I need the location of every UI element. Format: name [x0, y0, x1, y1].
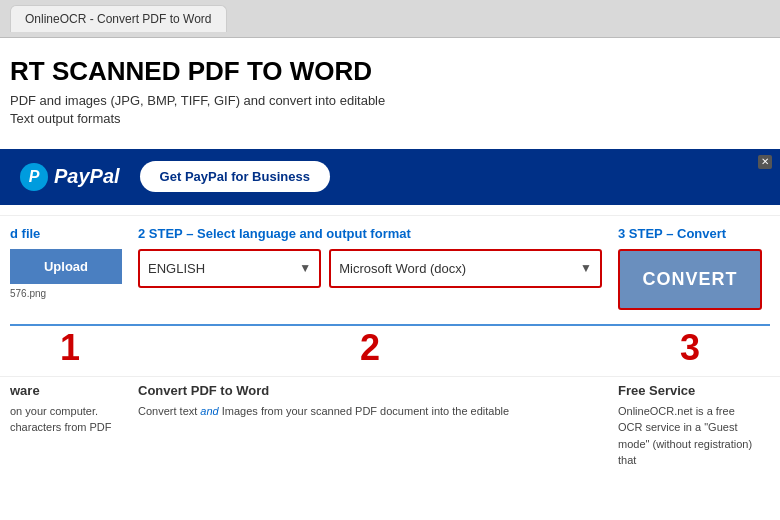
- page-content: RT SCANNED PDF TO WORD PDF and images (J…: [0, 38, 780, 520]
- language-select-wrapper: ENGLISH FRENCH GERMAN SPANISH ▼: [138, 249, 321, 288]
- format-select-wrapper: Microsoft Word (docx) Plain Text (txt) P…: [329, 249, 602, 288]
- and-text: and: [200, 405, 218, 417]
- bottom-text-2: Convert text and Images from your scanne…: [138, 403, 602, 420]
- divider-section: [0, 324, 780, 326]
- subtitle-line2: Text output formats: [10, 110, 770, 128]
- paypal-logo: P PayPal: [20, 163, 120, 191]
- browser-chrome: OnlineOCR - Convert PDF to Word: [0, 0, 780, 38]
- bottom-section: ware on your computer. characters from P…: [0, 376, 780, 475]
- step-number-2-col: 2: [130, 330, 610, 366]
- step-number-3-col: 3: [610, 330, 770, 366]
- browser-tab[interactable]: OnlineOCR - Convert PDF to Word: [10, 5, 227, 32]
- format-select[interactable]: Microsoft Word (docx) Plain Text (txt) P…: [331, 251, 600, 286]
- upload-button[interactable]: Upload: [10, 249, 122, 284]
- language-select[interactable]: ENGLISH FRENCH GERMAN SPANISH: [140, 251, 319, 286]
- subtitle: PDF and images (JPG, BMP, TIFF, GIF) and…: [10, 92, 770, 128]
- bottom-text-3: OnlineOCR.net is a free OCR service in a…: [618, 403, 762, 469]
- step2-label: 2 STEP – Select language and output form…: [138, 226, 602, 241]
- step-number-1: 1: [10, 330, 130, 366]
- bottom-col-3: Free Service OnlineOCR.net is a free OCR…: [610, 383, 770, 469]
- step3-label: 3 STEP – Convert: [618, 226, 762, 241]
- file-name: 576.png: [10, 288, 122, 299]
- bottom-col-2: Convert PDF to Word Convert text and Ima…: [130, 383, 610, 469]
- steps-section: d file Upload 576.png 2 STEP – Select la…: [0, 215, 780, 320]
- paypal-banner: P PayPal Get PayPal for Business ✕: [0, 149, 780, 205]
- header-section: RT SCANNED PDF TO WORD PDF and images (J…: [0, 38, 780, 139]
- paypal-logo-text: PayPal: [54, 165, 120, 188]
- bottom-title-1: ware: [10, 383, 122, 398]
- page-title: RT SCANNED PDF TO WORD: [10, 56, 770, 87]
- paypal-logo-letter: P: [20, 163, 48, 191]
- subtitle-line1: PDF and images (JPG, BMP, TIFF, GIF) and…: [10, 92, 770, 110]
- step-number-3: 3: [610, 330, 770, 366]
- step3-col: 3 STEP – Convert CONVERT: [610, 226, 770, 310]
- step-numbers-row: 1 2 3: [0, 330, 780, 366]
- bottom-col-1: ware on your computer. characters from P…: [10, 383, 130, 469]
- bottom-text-1: on your computer. characters from PDF: [10, 403, 122, 436]
- bottom-title-3: Free Service: [618, 383, 762, 398]
- step-number-2: 2: [130, 330, 610, 366]
- step2-col: 2 STEP – Select language and output form…: [130, 226, 610, 288]
- divider-line: [10, 324, 770, 326]
- step-number-1-col: 1: [10, 330, 130, 366]
- step1-col: d file Upload 576.png: [10, 226, 130, 299]
- paypal-cta-button[interactable]: Get PayPal for Business: [140, 161, 330, 192]
- banner-close-icon[interactable]: ✕: [758, 155, 772, 169]
- bottom-title-2: Convert PDF to Word: [138, 383, 602, 398]
- convert-button[interactable]: CONVERT: [618, 249, 762, 310]
- step1-label: d file: [10, 226, 122, 241]
